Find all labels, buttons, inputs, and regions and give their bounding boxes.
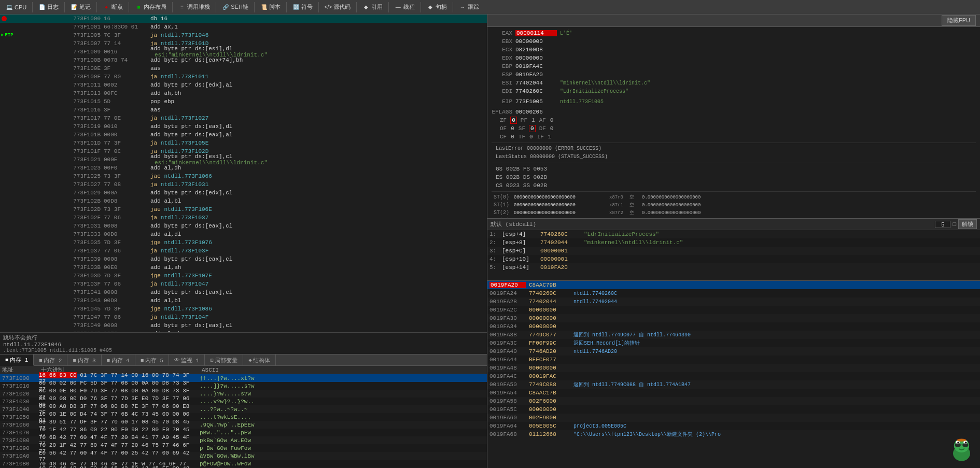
register-value[interactable]: 00000000 [515,55,557,61]
register-value[interactable]: 00000114 [515,30,557,36]
flag-value[interactable]: 0 [511,134,514,140]
call-stack-btn[interactable]: ≡调用堆栈 [175,1,214,13]
memory-row[interactable]: 773F10A0E0 56 42 77 60 47 4F 77 00 25 42… [0,452,487,460]
stack-view[interactable]: 0019FA20C8AAC79B0019FA247740260Cntdll.77… [487,280,980,468]
disasm-row[interactable]: 773F1029000Aadd byte ptr ds:[edx],cl [0,189,487,197]
disasm-row[interactable]: 773F102B00D8add al,bl [0,197,487,205]
disasm-view[interactable]: 773F100016db 16773F100166:83C0 01add ax,… [0,15,487,332]
disasm-row[interactable]: 773F100F77 00ja ntdll.773F1011 [0,73,487,81]
stack-row[interactable]: 0019FA5C00000000 [487,405,980,414]
stack-row[interactable]: 0019FA4800000000 [487,364,980,372]
disasm-row[interactable]: 773F10310008add byte ptr ds:[eax],cl [0,222,487,230]
flag-value[interactable]: 1 [531,117,535,123]
stack-row[interactable]: 0019FA2877402044ntdll.77402044 [487,297,980,306]
disasm-row[interactable]: 773F103B00E0add al,ah [0,263,487,272]
bottom-tab-0[interactable]: ◼内存 1 [0,354,34,366]
bottom-tab-6[interactable]: ⊞局部变量 [205,354,243,366]
log-btn[interactable]: 📄日志 [35,1,62,13]
register-value[interactable]: 7740260C [515,88,557,94]
disasm-row[interactable]: 773F10163Faas [0,106,487,114]
disasm-row[interactable]: 773F10357D 3Fjge ntdll.773F1076 [0,238,487,247]
seh-btn[interactable]: 🔗SEH链 [218,1,252,13]
stack-row[interactable]: 0019FA507749C088返回到 ntdll.7749C088 自 ntd… [487,380,980,389]
register-value[interactable]: D82100D8 [515,47,557,53]
flag-value[interactable]: 0 [550,125,554,132]
flag-value[interactable]: 1 [548,134,552,140]
stack-row[interactable]: 0019FA60002F9000 [487,414,980,422]
hide-fpu-button[interactable]: 隐藏FPU [942,15,976,26]
disasm-row[interactable]: 773F102F77 06ja ntdll.773F1037 [0,214,487,222]
disasm-row[interactable]: 773F102D73 3Fjae ntdll.773F106E [0,205,487,214]
disasm-row[interactable]: 773F1021000Eadd byte ptr ds:[esi],clesi:… [0,155,487,164]
threads-btn[interactable]: —线程 [391,1,418,13]
register-value[interactable]: 00000206 [515,109,557,115]
disasm-row[interactable]: 773F103D7D 3Fjge ntdll.773F107E [0,272,487,280]
handles-btn[interactable]: ◆句柄 [423,1,451,13]
bottom-tab-2[interactable]: ◼内存 3 [67,354,101,366]
notes-btn[interactable]: 📝笔记 [67,1,94,13]
bottom-tab-4[interactable]: ◼内存 5 [135,354,169,366]
disasm-row[interactable]: 773F102777 08ja ntdll.773F1031 [0,180,487,189]
symbols-btn[interactable]: 🔣符号 [289,1,316,13]
register-value[interactable]: 0019FA20 [515,72,557,78]
call-stack-count-input[interactable] [935,221,950,228]
disasm-row[interactable]: 773F100166:83C0 01add ax,1 [0,23,487,31]
stack-row[interactable]: 0019FA58002F6000 [487,397,980,405]
disasm-row[interactable]: 773F104777 06ja ntdll.773F104F [0,313,487,321]
decode-button[interactable]: 解锁 [958,219,977,229]
refs-btn[interactable]: ◆引用 [359,1,386,13]
stack-row[interactable]: 0019FA2C00000000 [487,306,980,314]
disasm-row[interactable]: 773F10155Dpop ebp [0,97,487,106]
register-value[interactable]: 773F1005 [515,98,557,105]
disasm-row[interactable]: 773F10110002add byte ptr ds:[edx],al [0,81,487,89]
flag-value[interactable]: 0 [529,125,535,132]
bottom-tab-1[interactable]: ◼内存 2 [34,354,67,366]
bottom-tab-5[interactable]: 👁监视 1 [169,354,205,366]
source-btn[interactable]: </>源代码 [321,1,354,13]
disasm-row[interactable]: 773F104B00E8add al,ch [0,330,487,332]
disasm-row[interactable]: 773F10390008add byte ptr ds:[eax],cl [0,255,487,263]
disasm-row[interactable]: 773F103F77 06ja ntdll.773F1047 [0,280,487,288]
disasm-row[interactable]: 773F10190010add byte ptr ds:[eax],dl [0,122,487,131]
disasm-row[interactable]: 773F10457D 3Fjge ntdll.773F1086 [0,305,487,313]
bottom-tab-7[interactable]: ◆结构体 [243,354,276,366]
script-btn[interactable]: 📜脚本 [257,1,284,13]
stack-row[interactable]: 0019FA4C00019FAC [487,372,980,380]
cpu-btn[interactable]: 💻CPU [2,1,30,13]
disasm-row[interactable]: 773F102573 3Fjae ntdll.773F1066 [0,172,487,180]
disasm-row[interactable]: 773F101777 0Eja ntdll.773F1027 [0,114,487,122]
disasm-row[interactable]: 773F10410008add byte ptr ds:[eax],cl [0,288,487,296]
disasm-row[interactable]: 773F104300D8add al,bl [0,296,487,305]
stack-row[interactable]: 0019FA3400000000 [487,322,980,331]
flag-value[interactable]: 0 [511,117,516,123]
disasm-row[interactable]: 773F100016db 16 [0,15,487,23]
flag-value[interactable]: 0 [511,125,514,132]
disasm-row[interactable]: 773F102300F0add al,dh [0,164,487,172]
stack-row[interactable]: 0019FA64005E005Cproject3.005E005C [487,422,980,430]
trace-btn[interactable]: →跟踪 [455,1,483,13]
register-value[interactable]: 0019FA4C [515,63,557,69]
disasm-row[interactable]: 773F101D77 3Fja ntdll.773F105E [0,139,487,147]
bottom-tab-3[interactable]: ◼内存 4 [102,354,135,366]
disasm-row[interactable]: 773F101300FCadd ah,bh [0,89,487,97]
flag-value[interactable]: 0 [529,134,533,140]
register-value[interactable]: 77402044 [515,80,557,86]
memory-layout-btn[interactable]: ■内存布局 [131,1,170,13]
stack-row[interactable]: 0019FA20C8AAC79B [487,281,980,289]
flag-value[interactable]: 0 [550,117,554,123]
disasm-row[interactable]: 773F10090016add byte ptr ds:[esi],dlesi:… [0,48,487,56]
stack-row[interactable]: 0019FA6801112668"C:\\Users\\ftpn123\\Des… [487,430,980,438]
breakpoints-btn[interactable]: ●断点 [99,1,127,13]
stack-row[interactable]: 0019FA44BFFCF077 [487,356,980,364]
disasm-row[interactable]: 773F10490008add byte ptr ds:[eax],cl [0,321,487,330]
memory-view[interactable]: 地址十六进制ASCII773F100016 66 83 C0 01 7C 3F … [0,366,487,468]
disasm-row[interactable]: ►EIP773F10057C 3Fja ntdll.773F1046 [0,31,487,39]
disasm-row[interactable]: 773F100E3Faas [0,64,487,73]
stack-row[interactable]: 0019FA54C8AAC17B [487,389,980,397]
disasm-row[interactable]: 773F103300D0add al,dl [0,230,487,238]
disasm-row[interactable]: 773F101B0000add byte ptr ds:[eax],al [0,131,487,139]
register-value[interactable]: 00000000 [515,38,557,45]
disasm-row[interactable]: 773F103777 06ja ntdll.773F103F [0,247,487,255]
stack-row[interactable]: 0019FA387749C077返回到 ntdll.7749C077 自 ntd… [487,331,980,339]
stack-row[interactable]: 0019FA247740260Cntdll.7740260C [487,289,980,297]
